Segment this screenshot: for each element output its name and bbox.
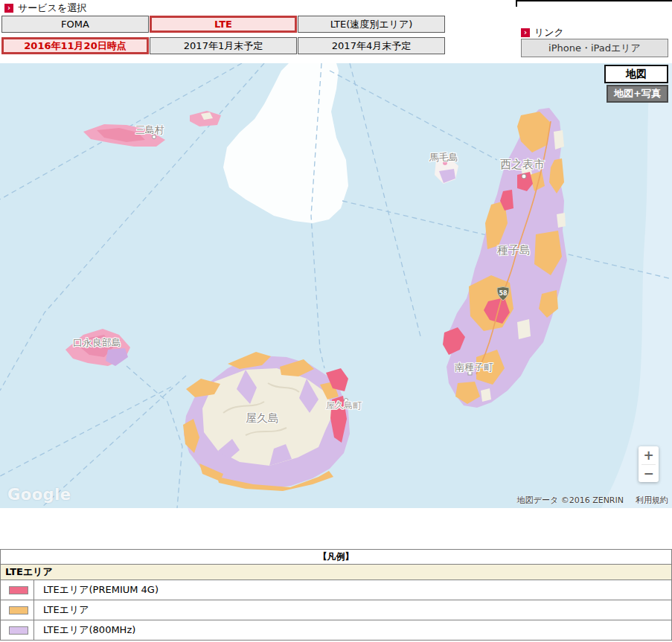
iphone-ipad-area-button[interactable]: iPhone・iPadエリア [521, 39, 668, 57]
coverage-map-canvas: 58 [0, 63, 672, 508]
lte-swatch [9, 606, 28, 614]
legend-row-lte: LTEエリア [0, 600, 672, 620]
label-kuchinoerabu: 口永良部島 [73, 336, 121, 350]
label-mageshima: 馬毛島 [429, 151, 458, 164]
legend: 【凡例】 LTEエリア LTEエリア(PREMIUM 4G) LTEエリア LT… [0, 549, 672, 641]
legend-swatch-cell [1, 620, 34, 640]
tab-lte-speed[interactable]: LTE(速度別エリア) [298, 16, 445, 33]
legend-label-premium: LTEエリア(PREMIUM 4G) [34, 580, 159, 600]
map-viewport[interactable]: 58 [0, 63, 672, 508]
legend-label-800mhz: LTEエリア(800MHz) [34, 620, 135, 640]
tab-foma[interactable]: FOMA [1, 16, 149, 33]
zoom-in-button[interactable]: + [639, 446, 659, 464]
label-nishinoomote: 西之表市 [500, 158, 545, 172]
map-attribution: 地図データ ©2016 ZENRIN 利用規約 [517, 495, 668, 506]
top-border-line [516, 0, 672, 1]
top-border-tick [516, 0, 517, 7]
link-section-text: リンク [534, 26, 564, 39]
legend-swatch-cell [1, 600, 34, 620]
maptype-map-button[interactable]: 地図 [604, 65, 668, 83]
label-minamitane: 南種子町 [455, 361, 493, 374]
red-arrow-icon: › [4, 4, 13, 13]
legend-title: 【凡例】 [0, 549, 672, 565]
legend-swatch-cell [1, 580, 34, 600]
service-section-label: › サービスを選択 [4, 1, 86, 15]
label-yakushima: 屋久島 [246, 411, 279, 426]
zoom-control: + − [639, 446, 659, 482]
legend-row-premium: LTEエリア(PREMIUM 4G) [0, 580, 672, 600]
label-tanegashima: 種子島 [497, 243, 531, 257]
service-section-text: サービスを選択 [18, 1, 86, 15]
svg-text:58: 58 [499, 290, 508, 297]
terms-link[interactable]: 利用規約 [636, 495, 668, 506]
tab-date-jan2017[interactable]: 2017年1月末予定 [150, 37, 297, 54]
legend-label-lte: LTEエリア [34, 600, 89, 620]
premium-4g-swatch [9, 586, 28, 594]
red-arrow-icon: › [521, 28, 530, 37]
lte-800mhz-swatch [9, 626, 28, 635]
google-logo[interactable]: Google [7, 486, 71, 504]
maptype-satellite-button[interactable]: 地図+写真 [607, 85, 668, 103]
tab-date-apr2017[interactable]: 2017年4月末予定 [298, 37, 445, 54]
legend-section-header: LTEエリア [0, 565, 672, 580]
legend-row-800mhz: LTEエリア(800MHz) [0, 620, 672, 641]
label-yakushima-cho: 屋久島町 [326, 399, 362, 412]
link-section-label: › リンク [521, 26, 564, 39]
tab-lte[interactable]: LTE [150, 16, 297, 33]
label-mishima: 三島村 [135, 123, 164, 137]
coverage-map-page: › サービスを選択 FOMA LTE LTE(速度別エリア) 2016年11月2… [0, 0, 672, 642]
attribution-text: 地図データ ©2016 ZENRIN [517, 495, 624, 506]
zoom-out-button[interactable]: − [639, 465, 659, 483]
tab-date-current[interactable]: 2016年11月20日時点 [1, 37, 149, 54]
